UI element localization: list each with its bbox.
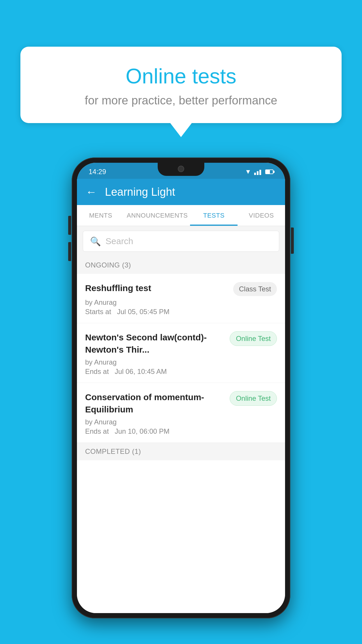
test-item[interactable]: Reshuffling test Class Test by Anurag St… [77, 274, 285, 323]
tab-tests[interactable]: TESTS [190, 205, 238, 226]
tab-announcements[interactable]: ANNOUNCEMENTS [124, 205, 190, 226]
search-container: 🔍 Search [77, 226, 285, 256]
test-item[interactable]: Newton's Second law(contd)-Newton's Thir… [77, 323, 285, 383]
section-header-ongoing: ONGOING (3) [77, 256, 285, 274]
phone-outer: 14:29 ▼ ← Learning Light [72, 158, 290, 618]
test-list: Reshuffling test Class Test by Anurag St… [77, 274, 285, 613]
test-name: Newton's Second law(contd)-Newton's Thir… [85, 331, 225, 356]
search-placeholder: Search [106, 236, 133, 246]
status-time: 14:29 [89, 168, 106, 176]
screen-content: 🔍 Search ONGOING (3) Reshuffling test Cl… [77, 226, 285, 613]
test-item[interactable]: Conservation of momentum-Equilibrium Onl… [77, 383, 285, 443]
test-item-top: Conservation of momentum-Equilibrium Onl… [85, 391, 277, 416]
phone-notch [158, 163, 204, 176]
battery-icon [265, 169, 273, 174]
search-icon: 🔍 [90, 236, 101, 246]
app-bar: ← Learning Light [77, 179, 285, 205]
front-camera [178, 166, 184, 172]
test-badge-online: Online Test [230, 331, 277, 346]
volume-down-button[interactable] [68, 242, 71, 261]
wifi-icon: ▼ [245, 168, 251, 176]
test-badge-class: Class Test [233, 282, 277, 296]
volume-up-button[interactable] [68, 216, 71, 235]
test-item-top: Newton's Second law(contd)-Newton's Thir… [85, 331, 277, 356]
speech-bubble: Online tests for more practice, better p… [20, 47, 342, 123]
test-name: Reshuffling test [85, 282, 229, 294]
test-meta-time: Ends at Jul 06, 10:45 AM [85, 368, 277, 376]
tab-videos[interactable]: VIDEOS [238, 205, 285, 226]
test-meta-by: by Anurag [85, 418, 277, 426]
phone-screen: 14:29 ▼ ← Learning Light [77, 163, 285, 613]
test-meta-time: Ends at Jun 10, 06:00 PM [85, 427, 277, 435]
test-item-top: Reshuffling test Class Test [85, 282, 277, 296]
test-meta-by: by Anurag [85, 358, 277, 366]
search-bar[interactable]: 🔍 Search [83, 231, 279, 252]
bubble-title: Online tests [35, 64, 327, 88]
app-title: Learning Light [105, 186, 175, 198]
power-button[interactable] [291, 228, 294, 254]
bubble-subtitle: for more practice, better performance [35, 94, 327, 107]
battery-fill [266, 170, 270, 174]
tabs: MENTS ANNOUNCEMENTS TESTS VIDEOS [77, 205, 285, 226]
tab-ments[interactable]: MENTS [77, 205, 124, 226]
status-icons: ▼ [245, 168, 273, 176]
section-header-completed: COMPLETED (1) [77, 443, 285, 460]
test-meta-by: by Anurag [85, 298, 277, 307]
back-button[interactable]: ← [86, 186, 97, 198]
test-meta-time: Starts at Jul 05, 05:45 PM [85, 308, 277, 316]
test-badge-online: Online Test [230, 391, 277, 406]
signal-bars [254, 169, 261, 175]
phone-wrapper: 14:29 ▼ ← Learning Light [72, 158, 290, 618]
test-name: Conservation of momentum-Equilibrium [85, 391, 225, 416]
